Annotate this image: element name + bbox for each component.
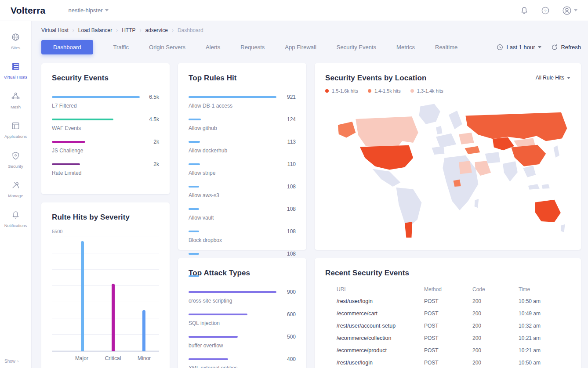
chevron-right-icon: › (172, 27, 174, 33)
event-uri[interactable]: /rest/user/account-setup (337, 323, 424, 329)
event-code: 200 (472, 335, 519, 341)
bar-value: 500 (282, 334, 296, 340)
legend-item: 1.5-1.6k hits (325, 88, 358, 94)
bar-label: XML external entities (189, 365, 296, 368)
tenant-name: nestle-hipster (68, 7, 102, 14)
table-row[interactable]: /ecommerce/cart POST 200 10:49 am (325, 307, 570, 320)
clock-icon (497, 44, 503, 51)
tab-app-firewall[interactable]: App Firewall (285, 44, 316, 51)
map-alaska (338, 122, 356, 138)
map-indonesia-east (542, 184, 550, 189)
tab-dashboard[interactable]: Dashboard (41, 40, 93, 54)
rule-hits-filter-dropdown[interactable]: All Rule Hits (536, 75, 570, 81)
map-iberia (432, 146, 444, 155)
map-india (503, 161, 518, 181)
breadcrumb-load-balancer[interactable]: Load Balancer (78, 27, 112, 33)
bar-value: 921 (282, 94, 296, 100)
bar-item: 400 XML external entities (189, 356, 296, 368)
bar-item: 900 cross-site scripting (189, 289, 296, 304)
table-row[interactable]: /ecommerce/collection POST 200 10:21 am (325, 332, 570, 344)
event-uri[interactable]: /ecommerce/collection (337, 335, 424, 341)
sidebar-item-notifications[interactable]: Notifications (0, 210, 31, 228)
notifications-bell-button[interactable] (520, 6, 529, 15)
event-uri[interactable]: /rest/user/login (337, 360, 424, 366)
event-method: POST (424, 335, 472, 341)
tenant-selector[interactable]: nestle-hipster (68, 7, 109, 14)
bar-label: L7 Filtered (52, 103, 159, 109)
tab-bar: Dashboard Traffic Origin Servers Alerts … (41, 40, 581, 54)
event-uri[interactable]: /rest/user/login (337, 298, 424, 304)
card-title: Security Events by Location (325, 74, 570, 83)
top-bar-actions: ? (520, 6, 577, 15)
sidebar-nav: Sites Virtual Hosts Mesh Applications (0, 21, 32, 368)
card-title: Security Events (52, 74, 159, 83)
sidebar-item-applications[interactable]: Applications (0, 121, 31, 139)
help-button[interactable]: ? (541, 6, 550, 15)
recent-events-table: URI Method Code Time /rest/user/login PO… (325, 286, 570, 368)
sidebar-item-label: Applications (0, 134, 31, 139)
breadcrumb-adservice[interactable]: adservice (145, 27, 168, 33)
bar-item: 500 buffer overflow (189, 334, 296, 349)
sidebar-item-sites[interactable]: Sites (0, 32, 31, 50)
account-menu-button[interactable] (562, 6, 577, 15)
map-uk (436, 126, 442, 134)
bar-value: 124 (282, 116, 296, 123)
card-title: Rulte Hits by Severity (52, 213, 159, 222)
event-time: 10:50 am (519, 360, 570, 366)
map-eastern-europe (459, 133, 474, 144)
table-row[interactable]: /rest/user/login POST 200 10:50 am (325, 357, 570, 368)
virtual-hosts-layers-icon (11, 62, 20, 71)
card-title: Recent Security Events (325, 269, 570, 278)
table-row[interactable]: /rest/user/login POST 200 10:50 am (325, 295, 570, 307)
event-uri[interactable]: /ecommerce/cart (337, 310, 424, 317)
sidebar-expand-toggle[interactable]: Show › (4, 359, 18, 364)
chevron-right-icon: › (116, 27, 118, 33)
legend-label: 1.5-1.6k hits (332, 88, 358, 94)
bar-value: 900 (282, 289, 296, 295)
bar-item: 4.5k WAF Events (52, 116, 159, 131)
bar-item: 110 Allow stripe (189, 161, 296, 176)
breadcrumb-virtual-host[interactable]: Virtual Host (41, 27, 69, 33)
caret-down-icon (567, 77, 570, 79)
tab-alerts[interactable]: Alerts (206, 44, 220, 51)
col-uri: URI (337, 286, 424, 292)
tab-origin-servers[interactable]: Origin Servers (149, 44, 185, 51)
svg-text:?: ? (544, 8, 546, 13)
map-iran (485, 152, 501, 163)
question-circle-icon: ? (541, 6, 550, 15)
sidebar-item-label: Security (0, 164, 31, 169)
sidebar-item-virtual-hosts[interactable]: Virtual Hosts (0, 62, 31, 79)
bar-item: 124 Allow github (189, 116, 296, 131)
sidebar-item-label: Notifications (0, 224, 31, 228)
card-title: Top Rules Hit (189, 74, 296, 83)
tab-metrics[interactable]: Metrics (396, 44, 415, 51)
refresh-label: Refresh (561, 44, 581, 51)
sidebar-item-mesh[interactable]: Mesh (0, 92, 31, 109)
tab-security-events[interactable]: Security Events (337, 44, 376, 51)
sidebar-item-security[interactable]: Security (0, 151, 31, 169)
volterra-logo[interactable]: Volterra (11, 5, 45, 16)
world-map (325, 98, 570, 239)
event-time: 10:21 am (519, 347, 570, 354)
caret-down-icon (574, 9, 577, 11)
bar-item: 2k Rate Limited (52, 161, 159, 176)
bar-value: 108 (282, 206, 296, 212)
map-indonesia (528, 184, 540, 190)
breadcrumb-http[interactable]: HTTP (122, 27, 135, 33)
time-range-selector[interactable]: Last 1 hour (497, 44, 541, 51)
severity-bar-chart (52, 237, 159, 352)
refresh-button[interactable]: Refresh (551, 44, 581, 51)
event-uri[interactable]: /ecommerce/product (337, 347, 424, 354)
bell-icon (11, 210, 20, 220)
applications-window-icon (11, 121, 20, 130)
tab-realtime[interactable]: Realtime (435, 44, 457, 51)
table-row[interactable]: /ecommerce/product POST 200 10:21 am (325, 344, 570, 357)
bar-item: 6.5k L7 Filtered (52, 94, 159, 109)
tab-traffic[interactable]: Traffic (113, 44, 129, 51)
top-bar: Volterra nestle-hipster ? (0, 0, 588, 21)
table-row[interactable]: /rest/user/account-setup POST 200 10:32 … (325, 320, 570, 332)
sidebar-item-manage[interactable]: Manage (0, 180, 31, 198)
card-security-events: Security Events 6.5k L7 Filtered (41, 63, 170, 194)
app-window: Volterra nestle-hipster ? (0, 0, 588, 368)
tab-requests[interactable]: Requests (240, 44, 265, 51)
